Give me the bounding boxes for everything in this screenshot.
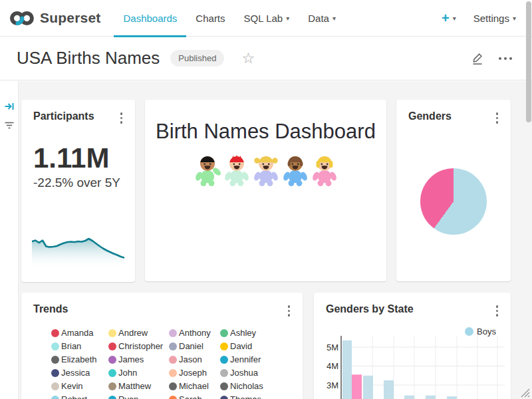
legend-item[interactable]: Nicholas	[220, 380, 280, 393]
y-axis-tick-label: 5M	[327, 342, 338, 352]
legend-item[interactable]: Sarah	[169, 393, 220, 399]
nav-item-sql-lab[interactable]: SQL Lab▾	[235, 0, 299, 37]
legend-label: Kevin	[61, 381, 83, 391]
nav-item-dashboards[interactable]: Dashboards	[114, 0, 186, 37]
chart-title: Genders	[408, 110, 452, 122]
legend-swatch	[51, 356, 59, 364]
legend-label: Jennifer	[230, 354, 261, 364]
legend-swatch	[220, 342, 228, 350]
legend-label: Brian	[61, 341, 81, 351]
trendline-chart[interactable]	[32, 227, 124, 269]
chart-title: Trends	[33, 303, 68, 315]
legend-item[interactable]: Matthew	[108, 380, 169, 393]
new-item-button[interactable]: + ▾	[442, 11, 456, 25]
bar-boys[interactable]	[447, 396, 457, 399]
legend-label: Ryan	[118, 394, 138, 399]
legend-item[interactable]: Kevin	[51, 380, 108, 393]
legend-item[interactable]: Daniel	[169, 340, 220, 353]
legend-label: David	[230, 341, 252, 351]
edit-pencil-icon[interactable]	[471, 51, 484, 65]
settings-label: Settings	[473, 13, 509, 24]
legend-label: Andrew	[118, 328, 148, 338]
genders-pie-chart[interactable]	[420, 168, 487, 235]
legend-label: Thomas	[230, 394, 261, 399]
legend-item[interactable]: Joshua	[220, 366, 280, 380]
legend-label: Amanda	[61, 328, 93, 338]
chevron-down-icon: ▾	[332, 15, 336, 22]
dashboard-title: USA Births Names	[17, 48, 160, 68]
expand-filter-bar-icon[interactable]	[4, 101, 15, 112]
legend-swatch	[220, 369, 228, 377]
legend-item[interactable]: Christopher	[108, 340, 169, 353]
legend-swatch	[108, 382, 116, 390]
legend-label: Robert	[61, 394, 87, 399]
resize-handle-icon[interactable]	[521, 388, 530, 398]
filter-list-icon[interactable]	[4, 120, 15, 130]
bar-boys[interactable]	[342, 340, 352, 399]
chart-menu-icon[interactable]	[494, 110, 501, 126]
big-number-value: 1.11M	[33, 143, 135, 174]
superset-logo[interactable]: Superset	[9, 9, 100, 27]
legend-item[interactable]: Ryan	[108, 393, 169, 399]
legend-item[interactable]: David	[220, 340, 280, 353]
legend-item[interactable]: Joseph	[169, 366, 220, 380]
bar-girls[interactable]	[352, 374, 362, 399]
legend-swatch	[108, 356, 116, 364]
legend-item[interactable]: Robert	[51, 393, 108, 399]
legend-label: Christopher	[118, 341, 163, 351]
legend-swatch	[108, 329, 116, 337]
favorite-star-icon[interactable]: ☆	[241, 51, 255, 66]
page-scrollbar[interactable]	[526, 1, 531, 122]
legend-item[interactable]: Brian	[51, 340, 108, 353]
settings-menu[interactable]: Settings ▾	[473, 13, 516, 24]
baby-icon	[194, 154, 221, 186]
chart-title: Genders by State	[326, 303, 414, 315]
chart-menu-icon[interactable]	[494, 303, 501, 319]
legend-swatch	[169, 329, 177, 337]
legend-label: Matthew	[118, 381, 151, 391]
brand-name: Superset	[40, 10, 100, 26]
markdown-heading: Birth Names Dashboard	[145, 120, 386, 144]
legend-item[interactable]: Jennifer	[220, 353, 280, 366]
legend-item[interactable]: Amanda	[51, 327, 108, 340]
published-badge[interactable]: Published	[170, 50, 224, 66]
trends-legend: AmandaAndrewAnthonyAshleyBrianChristophe…	[51, 327, 303, 399]
legend-item[interactable]: Thomas	[220, 393, 280, 399]
legend-item[interactable]: John	[108, 366, 169, 380]
legend-label: Elizabeth	[61, 354, 96, 364]
chart-menu-icon[interactable]	[118, 110, 125, 126]
legend-label: James	[118, 354, 144, 364]
legend-item[interactable]: James	[108, 353, 169, 366]
legend-item[interactable]: Anthony	[169, 327, 220, 340]
bar-chart-svg: 5M4M3M	[324, 334, 511, 399]
bar-boys[interactable]	[363, 376, 373, 399]
nav-item-charts[interactable]: Charts	[186, 0, 234, 37]
y-axis-tick-label: 3M	[327, 380, 338, 390]
legend-item[interactable]: Ashley	[220, 327, 280, 340]
bar-boys[interactable]	[404, 396, 414, 399]
chart-menu-icon[interactable]	[286, 303, 293, 319]
legend-label: Sarah	[179, 394, 202, 399]
legend-swatch	[220, 396, 228, 399]
chevron-down-icon: ▾	[513, 15, 516, 22]
nav-item-data[interactable]: Data▾	[299, 0, 345, 37]
legend-label: Ashley	[230, 328, 256, 338]
legend-item[interactable]: Jason	[169, 353, 220, 366]
bar-boys[interactable]	[426, 396, 436, 399]
legend-item[interactable]: Elizabeth	[51, 353, 108, 366]
y-axis-tick-label: 4M	[327, 361, 338, 371]
legend-swatch	[220, 356, 228, 364]
more-actions-icon[interactable]	[499, 55, 512, 63]
legend-item[interactable]: Jessica	[51, 366, 108, 380]
legend-swatch	[169, 356, 177, 364]
legend-item[interactable]: Michael	[169, 380, 220, 393]
legend-label: Daniel	[179, 341, 203, 351]
nav-item-label: SQL Lab	[244, 13, 283, 24]
nav-item-label: Charts	[196, 13, 225, 24]
bar-boys[interactable]	[384, 380, 394, 399]
legend-swatch	[108, 396, 116, 399]
legend-swatch	[51, 329, 59, 337]
legend-item[interactable]: Andrew	[108, 327, 169, 340]
dashboard-header: USA Births Names Published ☆	[0, 37, 532, 80]
legend-label: Jason	[179, 354, 202, 364]
